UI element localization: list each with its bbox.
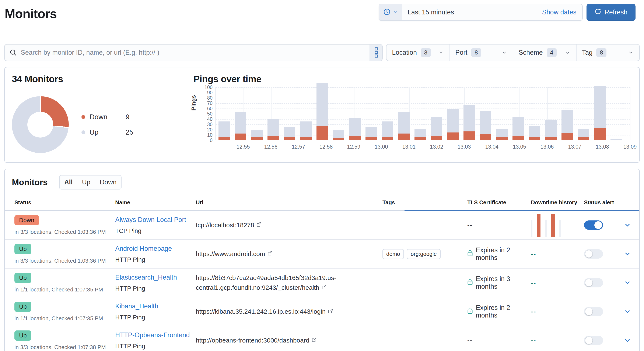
bar-group [281,127,298,140]
pings-bar[interactable] [431,117,442,140]
date-picker[interactable]: Last 15 minutes Show dates [379,4,583,21]
downtime-history-cell: -- [531,279,584,287]
legend-value: 25 [126,128,134,136]
tls-empty-value: -- [467,221,472,229]
bar-up-segment [251,130,262,137]
pings-bar[interactable] [251,130,262,140]
column-header-expand [620,199,635,206]
pings-bar[interactable] [496,129,508,140]
status-alert-toggle[interactable] [584,336,603,345]
expand-row-button[interactable] [620,279,635,286]
checked-timestamp: in 3/3 locations, Checked 1:07:38 PM [14,344,115,351]
pings-bar[interactable] [333,130,344,140]
legend-dot-up [82,130,85,134]
status-badge: Down [14,215,39,225]
bar-up-segment [398,112,410,134]
pings-bar[interactable] [610,139,622,140]
monitor-name-link[interactable]: Always Down Local Port [115,216,186,224]
pings-bar[interactable] [268,119,279,140]
time-range-value[interactable]: Last 15 minutes [402,8,542,16]
pings-bar[interactable] [300,121,312,140]
pings-bar[interactable] [382,121,393,140]
date-quick-select-button[interactable] [379,4,402,20]
search-input[interactable] [21,44,370,61]
pings-bar[interactable] [414,129,426,140]
monitor-name-link[interactable]: Kibana_Health [115,303,158,310]
expand-row-button[interactable] [620,337,635,344]
tab-up[interactable]: Up [82,178,90,186]
column-header-downtime-history: Downtime history [531,199,584,206]
bar-down-segment [545,137,556,140]
pings-bar[interactable] [235,112,246,140]
filter-tag[interactable]: Tag8 [576,44,640,61]
status-alert-toggle[interactable] [584,249,603,259]
pings-bar[interactable] [284,127,295,140]
status-alert-toggle[interactable] [584,278,603,287]
bar-group [298,121,314,140]
monitor-name-link[interactable]: Android Homepage [115,245,172,252]
bar-down-segment [268,136,279,140]
pings-bar[interactable] [218,121,230,140]
pings-bar[interactable] [349,118,360,140]
lock-icon [467,307,473,316]
pings-bar[interactable] [316,83,328,140]
tag-badge[interactable]: demo [382,249,404,259]
filter-scheme[interactable]: Scheme4 [513,44,576,61]
monitor-url[interactable]: tcp://localhost:18278 [196,222,254,229]
expand-row-button[interactable] [620,222,635,229]
x-tick-label: 13:04 [485,144,498,150]
bar-up-segment [300,121,312,137]
pings-bar[interactable] [512,117,524,140]
status-alert-toggle[interactable] [584,220,603,230]
pings-bar[interactable] [545,120,556,140]
pings-bar[interactable] [594,86,606,140]
pings-bar[interactable] [398,112,410,140]
pings-bar[interactable] [366,127,377,140]
column-header-tags: Tags [382,199,467,206]
tag-badge[interactable]: org:google [407,249,440,259]
expand-row-button[interactable] [620,308,635,315]
bar-up-segment [610,139,622,140]
status-alert-toggle[interactable] [584,307,603,316]
bar-group [428,117,444,140]
tab-down[interactable]: Down [100,178,116,186]
status-badge: Up [14,273,32,283]
monitor-type: HTTP Ping [115,314,196,321]
downtime-empty-value: -- [531,308,536,315]
url-cell: https://8b37cb7ca2ae49ada54db165f32d3a19… [196,273,382,293]
pings-bar[interactable] [464,105,475,140]
snapshot-title: 34 Monitors [12,74,184,84]
refresh-button[interactable]: Refresh [586,4,636,21]
y-tick-label: 80 [207,95,212,101]
show-dates-link[interactable]: Show dates [542,8,582,16]
monitor-url[interactable]: https://kibana.35.241.242.16.ip.es.io:44… [196,308,326,315]
bar-down-segment [251,137,262,140]
pings-bar[interactable] [578,129,589,140]
pings-bar[interactable] [529,126,540,140]
pings-bar[interactable] [447,109,458,140]
bar-down-segment [398,134,410,140]
pings-bar[interactable] [562,110,573,140]
monitor-name-link[interactable]: Elasticsearch_Health [115,274,177,281]
status-filter-tabs: AllUpDown [59,175,122,189]
monitor-url[interactable]: https://www.android.com [196,250,265,257]
query-menu-button[interactable] [370,44,382,61]
filter-port[interactable]: Port8 [450,44,513,61]
monitor-name-link[interactable]: HTTP-Opbeans-Frontend [115,331,190,339]
bar-up-segment [382,121,393,137]
table-row: Downin 3/3 locations, Checked 1:03:36 PM… [5,211,639,240]
pings-bar[interactable] [480,111,491,140]
monitor-url[interactable]: http://opbeans-frontend:3000/dashboard [196,337,309,344]
bar-group [346,118,363,140]
filter-location[interactable]: Location3 [386,44,450,61]
bar-up-segment [268,119,279,136]
bar-group [396,112,412,140]
chart-plot-area [216,87,630,140]
external-link-icon [328,307,333,317]
tab-all[interactable]: All [64,178,73,186]
monitor-url[interactable]: https://8b37cb7ca2ae49ada54db165f32d3a19… [196,274,336,291]
expand-row-button[interactable] [620,250,635,258]
tls-expiry-text: Expires in 3 months [476,275,531,290]
top-bar-controls: Last 15 minutes Show dates Refresh [379,4,636,21]
expand-row-chevron-icon [624,250,631,258]
